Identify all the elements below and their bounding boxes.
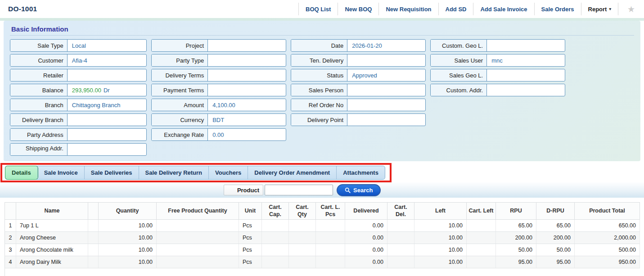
products-table: NameQuantityFree Product QuantityUnitCar… bbox=[5, 202, 640, 268]
action-add-sd[interactable]: Add SD bbox=[438, 3, 473, 15]
field-party-address: Party Address bbox=[10, 128, 147, 141]
field-label: Branch bbox=[10, 99, 68, 111]
cell-cart-l-pcs bbox=[316, 220, 345, 232]
field-label: Sale Type bbox=[10, 40, 68, 51]
field-value: Afia-4 bbox=[68, 54, 146, 66]
field-value: Chittagong Branch bbox=[68, 99, 146, 111]
cell-delivered: 0.00 bbox=[345, 244, 387, 256]
field-retailer: Retailer bbox=[10, 69, 147, 81]
field-sales-user: Sales Usermnc bbox=[430, 54, 565, 67]
field-label: Balance bbox=[10, 84, 68, 96]
field-party-type: Party Type bbox=[151, 54, 286, 67]
product-search-label: Product bbox=[224, 185, 263, 195]
cell-rpu: 95.00 bbox=[496, 256, 536, 268]
action-boq-list[interactable]: BOQ List bbox=[298, 3, 338, 15]
field-label: Delivery Point bbox=[291, 114, 347, 126]
cell-rpu: 50.00 bbox=[496, 244, 536, 256]
cell-cart-cap bbox=[262, 220, 289, 232]
cell-free-product-quantity bbox=[157, 220, 239, 232]
basic-information-fields: Sale TypeLocalCustomerAfia-4RetailerBala… bbox=[10, 39, 634, 158]
field-value bbox=[68, 129, 146, 140]
field-label: Payment Terms bbox=[152, 84, 208, 96]
action-sale-orders[interactable]: Sale Orders bbox=[534, 3, 581, 15]
tab-vouchers[interactable]: Vouchers bbox=[209, 166, 248, 179]
field-project: Project bbox=[151, 39, 286, 52]
cell-unit: Pcs bbox=[239, 220, 262, 232]
field-value bbox=[68, 69, 146, 81]
cell-cart-l-pcs bbox=[316, 244, 345, 256]
cell-cart-cap bbox=[262, 232, 289, 244]
column-header-blank bbox=[88, 203, 99, 220]
product-search-input[interactable] bbox=[265, 185, 333, 195]
field-ref-order-no: Ref Order No bbox=[291, 99, 426, 111]
field-sales-geo-l: Sales Geo L. bbox=[430, 69, 565, 81]
cell-cart-cap bbox=[262, 256, 289, 268]
action-add-sale-invoice[interactable]: Add Sale Invoice bbox=[473, 3, 534, 15]
cell-d-rpu: 65.00 bbox=[536, 220, 575, 232]
report-menu-button[interactable]: Report ▾ bbox=[581, 3, 618, 15]
field-value: BDT bbox=[208, 114, 286, 126]
cell-unit: Pcs bbox=[239, 232, 262, 244]
cell-delivered: 0.00 bbox=[345, 232, 387, 244]
tab-sale-deliveries[interactable]: Sale Deliveries bbox=[85, 166, 139, 179]
table-row: 2Arong Cheese10.00Pcs0.0010.00200.00200.… bbox=[5, 232, 640, 244]
cell-rpu: 65.00 bbox=[496, 220, 536, 232]
cell-d-rpu: 200.00 bbox=[536, 232, 575, 244]
field-custom-geo-l: Custom. Geo L. bbox=[430, 39, 565, 52]
favorite-star-icon[interactable]: ★ bbox=[627, 5, 635, 14]
tab-bar: DetailsSale InvoiceSale DeliveriesSale D… bbox=[5, 166, 385, 180]
cell-free-product-quantity bbox=[157, 256, 239, 268]
search-button-label: Search bbox=[353, 187, 373, 194]
field-value bbox=[208, 54, 286, 66]
table-row: 4Arong Dairy Milk10.00Pcs0.0010.0095.009… bbox=[5, 256, 640, 268]
annotation-red-box: DetailsSale InvoiceSale DeliveriesSale D… bbox=[0, 163, 392, 182]
spacer bbox=[0, 198, 644, 202]
cell-product-total: 650.00 bbox=[575, 220, 640, 232]
field-value bbox=[347, 114, 425, 126]
cell-product-total: 950.00 bbox=[575, 256, 640, 268]
column-header-blank bbox=[5, 203, 16, 220]
tab-attachments[interactable]: Attachments bbox=[337, 166, 385, 179]
action-new-boq[interactable]: New BOQ bbox=[338, 3, 378, 15]
cell-quantity: 10.00 bbox=[99, 220, 157, 232]
table-row: 3Arong Chocolate milk10.00Pcs0.0010.0050… bbox=[5, 244, 640, 256]
basic-information-panel: Basic Information Sale TypeLocalCustomer… bbox=[4, 21, 640, 161]
action-new-requisition[interactable]: New Requisition bbox=[378, 3, 438, 15]
tab-sale-invoice[interactable]: Sale Invoice bbox=[38, 166, 85, 179]
field-label: Amount bbox=[152, 99, 208, 111]
field-label: Date bbox=[291, 40, 347, 51]
cell-cart-left bbox=[467, 256, 496, 268]
field-exchange-rate: Exchange Rate0.00 bbox=[151, 128, 286, 141]
field-payment-terms: Payment Terms bbox=[151, 84, 286, 96]
search-icon bbox=[345, 187, 351, 193]
cell-cart-qty bbox=[289, 220, 316, 232]
field-label: Party Address bbox=[10, 129, 68, 140]
cell-quantity: 10.00 bbox=[99, 232, 157, 244]
column-header-cart-qty: Cart. Qty bbox=[289, 203, 316, 220]
field-shipping-addr: Shipping Addr. bbox=[10, 143, 147, 156]
cell-blank bbox=[88, 244, 99, 256]
cell-rpu: 200.00 bbox=[496, 232, 536, 244]
cell-quantity: 10.00 bbox=[99, 256, 157, 268]
search-button[interactable]: Search bbox=[337, 184, 381, 196]
field-value: 2026-01-20 bbox=[347, 40, 425, 51]
field-delivery-point: Delivery Point bbox=[291, 113, 426, 126]
tab-details[interactable]: Details bbox=[5, 166, 38, 179]
field-value bbox=[487, 40, 565, 51]
field-label: Delivery Branch bbox=[10, 114, 68, 126]
cell-cart-del bbox=[387, 256, 414, 268]
cell-free-product-quantity bbox=[157, 244, 239, 256]
cell-delivered: 0.00 bbox=[345, 220, 387, 232]
field-label: Project bbox=[152, 40, 208, 51]
field-value bbox=[68, 144, 146, 155]
cell-blank: 1 bbox=[5, 220, 16, 232]
cell-blank: 4 bbox=[5, 256, 16, 268]
page-title: DO-1001 bbox=[0, 5, 37, 13]
tab-sale-delivery-return[interactable]: Sale Delivery Return bbox=[139, 166, 209, 179]
column-header-free-product-quantity: Free Product Quantity bbox=[157, 203, 239, 220]
tab-delivery-order-amendment[interactable]: Delivery Order Amendment bbox=[248, 166, 337, 179]
field-label: Party Type bbox=[152, 54, 208, 66]
product-search-row: Product Search bbox=[0, 182, 644, 198]
section-title: Basic Information bbox=[10, 24, 634, 36]
field-balance: Balance293,950.00Dr bbox=[10, 84, 147, 96]
